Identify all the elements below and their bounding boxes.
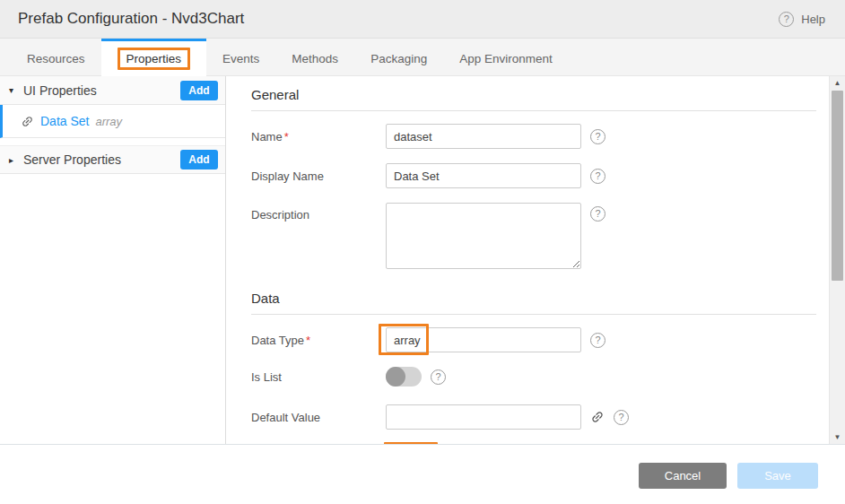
cancel-button[interactable]: Cancel [639,463,727,489]
required-asterisk: * [284,130,289,143]
tab-resources[interactable]: Resources [11,39,101,75]
item-label-data-set: Data Set [40,114,89,128]
tab-bar: Resources Properties Events Methods Pack… [0,39,845,76]
field-row-name: Name* ? [251,124,816,149]
annotation-box-binding-type [384,442,438,444]
scroll-up-icon[interactable]: ▲ [830,79,845,87]
property-form: General Name* ? Display Name ? Descripti [226,76,829,444]
help-circle-icon[interactable]: ? [590,169,605,184]
help-label: Help [801,13,825,26]
description-textarea[interactable] [386,203,581,269]
bind-link-icon[interactable] [590,410,605,424]
tab-packaging[interactable]: Packaging [354,39,443,75]
caret-right-icon[interactable]: ▸ [9,155,23,165]
scroll-down-icon[interactable]: ▼ [830,433,845,441]
field-label-name: Name* [251,130,386,143]
caret-down-icon[interactable]: ▾ [9,85,23,95]
help-circle-icon[interactable]: ? [431,369,446,385]
section-title-general: General [251,82,816,111]
field-row-display-name: Display Name ? [251,163,816,188]
add-server-property-button[interactable]: Add [180,150,218,169]
field-row-description: Description ? [251,203,816,269]
display-name-input[interactable] [386,163,581,188]
field-row-is-list: Is List ? [251,367,816,387]
field-label-default-value: Default Value [251,411,386,424]
scrollbar-thumb[interactable] [832,91,843,281]
is-list-toggle[interactable] [386,367,422,387]
field-label-display-name: Display Name [251,169,386,183]
group-label-ui-properties: UI Properties [23,83,180,98]
field-row-default-value: Default Value ? [251,404,816,430]
save-button[interactable]: Save [737,463,818,489]
sidebar-item-data-set[interactable]: Data Set array [0,105,225,138]
field-row-data-type: Data Type* ? [251,327,816,352]
field-label-description: Description [251,203,386,222]
required-asterisk: * [306,334,310,347]
field-label-is-list: Is List [251,370,386,384]
help-circle-icon[interactable]: ? [590,333,605,348]
default-value-input[interactable] [386,404,581,430]
data-type-input[interactable] [386,327,581,352]
item-type-array: array [95,115,122,128]
tab-methods[interactable]: Methods [275,39,354,75]
help-circle-icon: ? [779,12,794,27]
sidebar-group-server-properties[interactable]: ▸ Server Properties Add [0,145,225,174]
sidebar-group-ui-properties[interactable]: ▾ UI Properties Add [0,76,225,105]
annotation-box-properties-tab: Properties [118,48,191,70]
dialog-titlebar: Prefab Configuration - Nvd3Chart ? Help [0,0,845,39]
dialog-title: Prefab Configuration - Nvd3Chart [18,10,244,28]
tab-properties[interactable]: Properties [101,39,207,76]
section-title-data: Data [251,285,816,315]
tab-events[interactable]: Events [206,39,275,75]
help-circle-icon[interactable]: ? [590,129,605,144]
add-ui-property-button[interactable]: Add [180,81,218,100]
field-label-data-type: Data Type* [251,334,386,347]
toggle-knob [386,367,405,387]
help-circle-icon[interactable]: ? [614,410,629,425]
dialog-body: ▾ UI Properties Add Data Set array ▸ Ser… [0,76,845,444]
dialog-footer: Cancel Save [0,444,845,503]
vertical-scrollbar[interactable]: ▲ ▼ [829,76,845,444]
link-icon [21,115,34,128]
help-circle-icon[interactable]: ? [590,206,605,222]
group-label-server-properties: Server Properties [23,152,180,167]
properties-sidebar: ▾ UI Properties Add Data Set array ▸ Ser… [0,76,226,444]
name-input[interactable] [386,124,581,149]
tab-app-environment[interactable]: App Environment [443,39,569,75]
prefab-configuration-dialog: Prefab Configuration - Nvd3Chart ? Help … [0,0,845,504]
help-button[interactable]: ? Help [779,12,825,27]
